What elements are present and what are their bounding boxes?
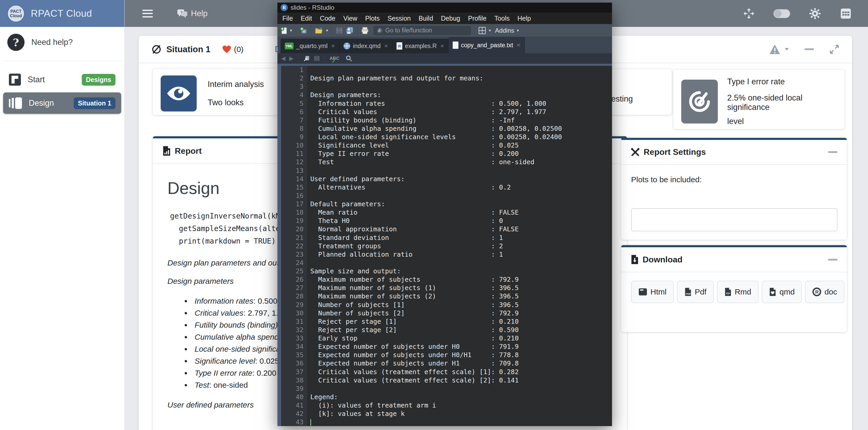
print-icon[interactable] [361, 27, 369, 34]
sidebar-item-design[interactable]: Design Situation 1 [3, 92, 121, 114]
apps-grid-icon[interactable] [840, 7, 852, 20]
code-line-33[interactable]: Early stop : 0.210 [310, 334, 612, 342]
code-line-24[interactable] [310, 259, 612, 267]
editor-tab-index.qmd[interactable]: index.qmd× [339, 39, 392, 53]
code-line-1[interactable] [310, 66, 612, 74]
code-line-41[interactable]: (i): values of treatment arm i [310, 401, 612, 410]
code-line-40[interactable]: Legend: [310, 393, 612, 401]
menu-plots[interactable]: Plots [361, 14, 384, 22]
sidebar-item-start[interactable]: Start Designs [3, 69, 121, 90]
code-line-25[interactable]: Sample size and output: [310, 267, 612, 275]
code-line-31[interactable]: Reject per stage [1] : 0.210 [310, 318, 612, 326]
close-icon[interactable]: × [440, 42, 444, 49]
code-line-29[interactable]: Number of subjects [1] : 396.5 [310, 301, 612, 309]
code-line-18[interactable]: Mean ratio : FALSE [310, 208, 612, 217]
theme-toggle[interactable] [773, 9, 790, 18]
hamburger-menu-icon[interactable] [142, 10, 153, 18]
new-file-icon[interactable] [280, 27, 287, 34]
spellcheck-icon[interactable]: ABC [330, 56, 339, 61]
code-line-35[interactable]: Expected number of subjects under H0/H1 … [310, 351, 612, 359]
gear-icon[interactable] [809, 7, 821, 20]
rstudio-window[interactable]: R slides - RStudio FileEditCodeViewPlots… [277, 3, 612, 426]
collapse-settings-button[interactable] [828, 151, 837, 153]
code-line-42[interactable]: [k]: values at stage k [310, 410, 612, 418]
code-line-11[interactable]: Type II error rate : 0.200 [310, 150, 612, 158]
close-icon[interactable]: × [384, 42, 388, 49]
download-doc-button[interactable]: Rdoc [805, 281, 844, 303]
rstudio-titlebar[interactable]: R slides - RStudio [277, 3, 612, 12]
editor-tab-examples.R[interactable]: Rexamples.R× [392, 39, 448, 53]
code-line-17[interactable]: Default parameters: [310, 200, 612, 208]
code-line-15[interactable]: Alternatives : 0.2 [310, 183, 612, 192]
code-line-32[interactable]: Reject per stage [2] : 0.590 [310, 326, 612, 334]
back-icon[interactable]: ◀ [281, 55, 285, 62]
code-line-13[interactable] [310, 167, 612, 175]
code-line-20[interactable]: Normal approximation : FALSE [310, 225, 612, 233]
code-line-36[interactable]: Expected number of subjects under H1 : 7… [310, 359, 612, 368]
code-line-23[interactable]: Planned allocation ratio : 1 [310, 251, 612, 259]
menu-help[interactable]: Help [514, 14, 535, 22]
popout-window-icon[interactable] [303, 55, 310, 62]
code-line-7[interactable]: Futility bounds (binding) : -Inf [310, 116, 612, 125]
need-help-item[interactable]: ? Need help? [0, 27, 124, 58]
download-rmd-button[interactable]: <>Rmd [717, 281, 758, 303]
code-line-22[interactable]: Treatment groups : 2 [310, 242, 612, 251]
editor-tab-copy_and_paste.txt[interactable]: copy_and_paste.txt× [448, 37, 525, 53]
collapse-panel-button[interactable] [805, 48, 814, 50]
close-icon[interactable]: × [517, 41, 520, 49]
code-line-2[interactable]: Design plan parameters and output for me… [310, 74, 612, 82]
expand-panel-icon[interactable] [829, 44, 840, 55]
open-recent-caret[interactable]: ▾ [326, 28, 328, 33]
new-project-icon[interactable] [300, 27, 307, 34]
code-line-5[interactable]: Information rates : 0.500, 1.000 [310, 99, 612, 108]
menu-file[interactable]: File [278, 14, 297, 22]
code-line-19[interactable]: Theta H0 : 0 [310, 217, 612, 225]
editor-pane[interactable]: 1234567891011121314151617181920212223242… [277, 64, 612, 426]
code-line-21[interactable]: Standard deviation : 1 [310, 234, 612, 242]
new-file-caret[interactable]: ▾ [290, 28, 292, 33]
close-icon[interactable]: × [331, 42, 335, 49]
topbar-help-button[interactable]: ? Help [177, 9, 208, 18]
save-icon[interactable] [336, 27, 343, 34]
code-line-6[interactable]: Critical values : 2.797, 1.977 [310, 108, 612, 116]
addins-caret[interactable]: ▾ [517, 28, 519, 33]
warnings-dropdown[interactable] [769, 44, 789, 55]
code-line-10[interactable]: Significance level : 0.025 [310, 141, 612, 150]
fullscreen-icon[interactable] [743, 8, 755, 19]
type1-error-card[interactable]: Type I error rate 2.5% one-sided local s… [673, 70, 844, 129]
code-line-14[interactable]: User defined parameters: [310, 175, 612, 183]
menu-tools[interactable]: Tools [491, 14, 514, 22]
code-line-9[interactable]: Local one-sided significance levels : 0.… [310, 133, 612, 141]
menu-session[interactable]: Session [384, 14, 415, 22]
plots-input[interactable] [631, 208, 837, 231]
code-line-16[interactable] [310, 192, 612, 200]
code-line-43[interactable] [310, 418, 612, 426]
code-line-30[interactable]: Number of subjects [2] : 792.9 [310, 309, 612, 318]
editor-tab-_quarto.yml[interactable]: YML_quarto.yml× [281, 39, 339, 53]
collapse-download-button[interactable] [828, 259, 837, 261]
code-line-27[interactable]: Maximum number of subjects (1) : 396.5 [310, 284, 612, 292]
code-line-37[interactable]: Critical values (treatment effect scale)… [310, 368, 612, 376]
code-line-4[interactable]: Design parameters: [310, 91, 612, 99]
code-line-38[interactable]: Critical values (treatment effect scale)… [310, 376, 612, 385]
pane-layout-caret[interactable]: ▾ [489, 28, 491, 33]
open-folder-icon[interactable] [315, 27, 323, 34]
goto-file-search[interactable]: Go to file/function [374, 26, 471, 35]
menu-view[interactable]: View [339, 14, 361, 22]
code-line-26[interactable]: Maximum number of subjects : 792.9 [310, 275, 612, 284]
download-html-button[interactable]: Html [631, 281, 674, 303]
menu-code[interactable]: Code [316, 14, 339, 22]
code-line-34[interactable]: Expected number of subjects under H0 : 7… [310, 342, 612, 351]
editor-code[interactable]: Design plan parameters and output for me… [307, 66, 612, 426]
likes-counter[interactable]: (0) [222, 45, 244, 54]
find-replace-icon[interactable] [346, 55, 352, 62]
pane-layout-icon[interactable] [478, 27, 486, 34]
addins-menu[interactable]: Addins [495, 27, 514, 34]
forward-icon[interactable]: ▶ [289, 55, 293, 62]
code-line-39[interactable] [310, 385, 612, 393]
download-qmd-button[interactable]: qmd [762, 281, 802, 303]
code-line-28[interactable]: Maximum number of subjects (2) : 396.5 [310, 292, 612, 300]
menu-profile[interactable]: Profile [464, 14, 491, 22]
code-line-8[interactable]: Cumulative alpha spending : 0.00258, 0.0… [310, 125, 612, 133]
code-line-3[interactable] [310, 82, 612, 91]
